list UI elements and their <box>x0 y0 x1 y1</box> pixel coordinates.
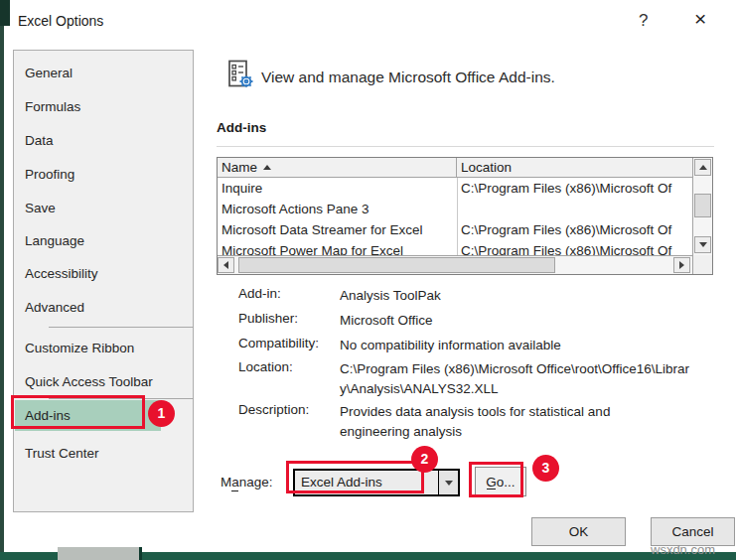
cell-location: C:\Program Files (x86)\Microsoft Of <box>461 240 691 255</box>
scroll-up-button[interactable] <box>694 159 711 176</box>
detail-value-location: C:\Program Files (x86)\Microsoft Office\… <box>340 359 695 399</box>
sidebar-item-trust-center[interactable]: Trust Center <box>25 443 184 465</box>
annotation-rect-2 <box>286 461 424 493</box>
sidebar-item-save[interactable]: Save <box>25 198 184 219</box>
sort-ascending-icon <box>263 165 271 170</box>
accelerator-underline <box>231 490 238 491</box>
cell-name: Microsoft Data Streamer for Excel <box>221 219 454 240</box>
sidebar-item-language[interactable]: Language <box>25 230 184 252</box>
annotation-rect-1 <box>11 395 145 429</box>
horizontal-scrollbar[interactable] <box>218 255 692 274</box>
vertical-scrollbar[interactable] <box>692 158 712 255</box>
column-header-label: Name <box>221 158 257 177</box>
column-header-label: Location <box>461 158 512 177</box>
addins-gear-icon <box>225 60 257 91</box>
scrollbar-corner <box>692 255 712 274</box>
section-title: Add-ins <box>217 120 266 135</box>
column-header-name[interactable]: Name <box>218 158 457 178</box>
sidebar-item-proofing[interactable]: Proofing <box>25 164 184 186</box>
cell-location: C:\Program Files (x86)\Microsoft Of <box>461 178 691 199</box>
detail-label: Compatibility: <box>238 336 319 350</box>
scroll-down-button[interactable] <box>694 236 711 253</box>
table-rows-viewport: Inquire C:\Program Files (x86)\Microsoft… <box>218 178 692 255</box>
page-header: View and manage Microsoft Office Add-ins… <box>261 69 555 86</box>
detail-value: No compatibility information available <box>340 336 561 355</box>
detail-label: Description: <box>238 402 309 417</box>
dropdown-arrow-button[interactable] <box>438 471 458 494</box>
sidebar-divider <box>49 327 194 328</box>
horizontal-scroll-thumb[interactable] <box>238 257 555 273</box>
column-header-location[interactable]: Location <box>457 158 692 178</box>
scroll-left-button[interactable] <box>218 257 234 273</box>
cell-location: C:\Program Files (x86)\Microsoft Of <box>461 219 691 240</box>
sidebar-item-advanced[interactable]: Advanced <box>25 297 184 319</box>
vertical-scroll-thumb[interactable] <box>694 194 711 217</box>
manage-label: Manage: <box>221 475 273 490</box>
dialog-title: Excel Options <box>18 13 103 29</box>
options-sidebar: General Formulas Data Proofing Save Lang… <box>13 50 194 512</box>
detail-label: Add-in: <box>238 286 281 301</box>
detail-value: Microsoft Office <box>340 311 433 331</box>
cell-name: Microsoft Actions Pane 3 <box>221 199 454 219</box>
excel-window-left-edge <box>0 0 4 560</box>
sidebar-item-data[interactable]: Data <box>25 130 184 152</box>
detail-value: Analysis ToolPak <box>340 286 441 306</box>
ok-button[interactable]: OK <box>531 517 626 546</box>
detail-label: Publisher: <box>238 311 298 326</box>
excel-sheet-tab <box>58 547 142 560</box>
annotation-rect-3 <box>469 462 523 497</box>
annotation-badge-3: 3 <box>532 455 559 482</box>
triangle-down-icon <box>699 242 707 247</box>
detail-value-description: Provides data analysis tools for statist… <box>340 402 677 442</box>
sidebar-item-quick-access-toolbar[interactable]: Quick Access Toolbar <box>25 371 184 393</box>
column-divider <box>457 178 458 255</box>
annotation-badge-1: 1 <box>148 400 175 427</box>
table-row[interactable]: Inquire C:\Program Files (x86)\Microsoft… <box>218 178 692 199</box>
triangle-up-icon <box>699 165 707 170</box>
chevron-down-icon <box>445 481 453 486</box>
addins-table: Name Location Inquire C:\Program Files (… <box>217 157 713 275</box>
excel-window-corner <box>0 0 10 26</box>
scroll-right-button[interactable] <box>673 257 690 273</box>
cell-name: Microsoft Power Map for Excel <box>221 240 454 255</box>
sidebar-item-formulas[interactable]: Formulas <box>25 96 184 118</box>
cell-name: Inquire <box>221 178 454 199</box>
sidebar-item-accessibility[interactable]: Accessibility <box>25 263 184 285</box>
triangle-right-icon <box>679 261 684 269</box>
table-row[interactable]: Microsoft Actions Pane 3 <box>218 199 692 219</box>
triangle-left-icon <box>223 261 228 269</box>
table-row[interactable]: Microsoft Data Streamer for Excel C:\Pro… <box>218 219 692 240</box>
detail-label: Location: <box>238 359 293 374</box>
watermark: wsxdn.com <box>651 542 715 557</box>
table-row[interactable]: Microsoft Power Map for Excel C:\Program… <box>218 240 692 255</box>
sidebar-item-customize-ribbon[interactable]: Customize Ribbon <box>25 338 184 359</box>
annotation-badge-2: 2 <box>411 446 438 473</box>
close-icon[interactable]: × <box>694 7 706 31</box>
help-icon[interactable]: ? <box>639 11 648 31</box>
section-divider <box>217 146 714 147</box>
sidebar-item-general[interactable]: General <box>25 63 184 84</box>
